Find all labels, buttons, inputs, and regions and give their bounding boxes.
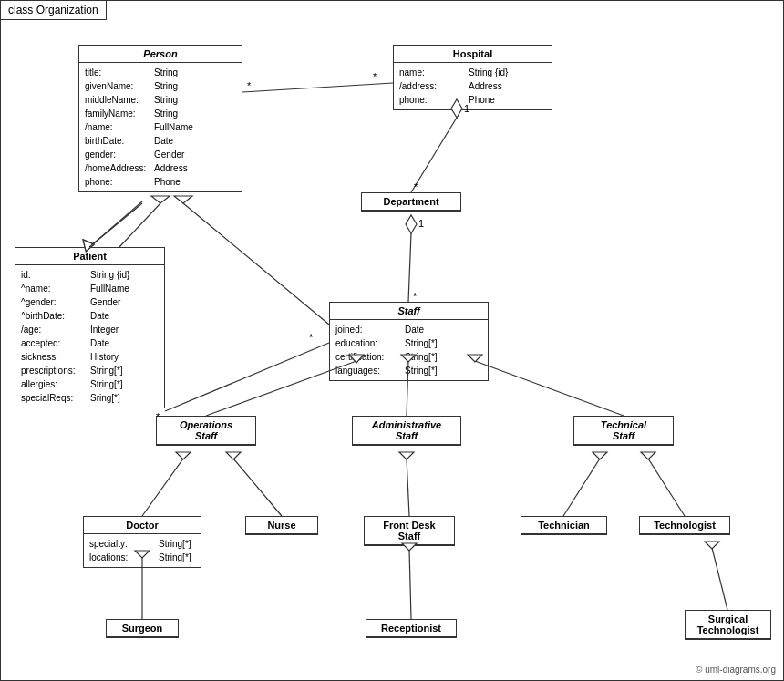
svg-line-30: [648, 459, 685, 516]
class-operations-staff-name: Operations Staff: [157, 417, 255, 445]
svg-line-8: [411, 118, 457, 192]
svg-marker-37: [705, 542, 719, 549]
svg-marker-27: [399, 452, 414, 459]
svg-marker-23: [176, 452, 191, 459]
class-department-name: Department: [362, 193, 460, 211]
class-person: Person title:String givenName:String mid…: [78, 45, 242, 192]
class-technologist: Technologist: [639, 516, 730, 535]
svg-line-6: [183, 203, 329, 325]
svg-line-12: [408, 233, 411, 302]
svg-marker-13: [406, 215, 417, 233]
class-surgeon: Surgeon: [106, 619, 179, 638]
class-patient-attrs: id:String {id} ^name:FullName ^gender:Ge…: [15, 265, 164, 408]
svg-marker-7: [174, 196, 192, 203]
svg-text:*: *: [373, 71, 377, 82]
class-nurse: Nurse: [245, 516, 318, 535]
class-surgeon-name: Surgeon: [107, 620, 178, 637]
class-front-desk-staff-name: Front Desk Staff: [365, 517, 454, 545]
class-person-name: Person: [79, 46, 242, 63]
svg-line-26: [407, 459, 409, 516]
svg-line-28: [563, 459, 600, 516]
svg-line-20: [475, 361, 624, 416]
class-person-attrs: title:String givenName:String middleName…: [79, 63, 242, 191]
class-receptionist-name: Receptionist: [366, 620, 456, 637]
class-patient: Patient id:String {id} ^name:FullName ^g…: [15, 247, 165, 408]
svg-line-3: [89, 201, 142, 247]
svg-text:*: *: [309, 332, 314, 343]
svg-line-38: [165, 343, 329, 411]
svg-text:*: *: [247, 80, 252, 91]
class-surgical-technologist: Surgical Technologist: [685, 610, 771, 640]
class-technician: Technician: [521, 516, 607, 535]
class-receptionist: Receptionist: [366, 619, 457, 638]
svg-line-4: [119, 203, 160, 247]
diagram-title: class Organization: [1, 1, 107, 20]
class-technical-staff-name: Technical Staff: [574, 417, 673, 445]
svg-marker-29: [593, 452, 607, 459]
class-administrative-staff-name: Administrative Staff: [353, 417, 460, 445]
class-nurse-name: Nurse: [246, 517, 317, 534]
svg-line-24: [233, 459, 282, 516]
svg-marker-25: [226, 452, 241, 459]
class-administrative-staff: Administrative Staff: [352, 416, 461, 446]
class-operations-staff: Operations Staff: [156, 416, 256, 446]
class-technician-name: Technician: [521, 517, 606, 534]
svg-text:1: 1: [418, 218, 424, 229]
class-front-desk-staff: Front Desk Staff: [364, 516, 455, 546]
class-hospital-attrs: name:String {id} /address:Address phone:…: [394, 63, 552, 109]
class-department: Department: [361, 192, 461, 212]
class-patient-name: Patient: [15, 248, 164, 265]
class-surgical-technologist-name: Surgical Technologist: [686, 611, 770, 639]
svg-marker-5: [151, 196, 170, 203]
class-doctor-name: Doctor: [84, 517, 201, 534]
svg-text:*: *: [413, 291, 418, 302]
svg-line-34: [409, 550, 411, 619]
svg-line-22: [142, 459, 183, 516]
class-staff: Staff joined:Date education:String[*] ce…: [329, 302, 489, 381]
class-staff-name: Staff: [330, 303, 488, 320]
class-technical-staff: Technical Staff: [573, 416, 674, 446]
svg-marker-31: [641, 452, 655, 459]
class-staff-attrs: joined:Date education:String[*] certific…: [330, 320, 488, 380]
class-doctor-attrs: specialty:String[*] locations:String[*]: [84, 534, 201, 567]
svg-text:*: *: [414, 181, 418, 192]
svg-line-0: [242, 83, 393, 92]
class-hospital-name: Hospital: [394, 46, 552, 63]
svg-line-36: [712, 548, 727, 610]
class-technologist-name: Technologist: [640, 517, 729, 534]
class-doctor: Doctor specialty:String[*] locations:Str…: [83, 516, 201, 568]
diagram-container: class Organization Person title:String g…: [0, 0, 784, 681]
class-hospital: Hospital name:String {id} /address:Addre…: [393, 45, 552, 110]
copyright: © uml-diagrams.org: [696, 665, 776, 675]
